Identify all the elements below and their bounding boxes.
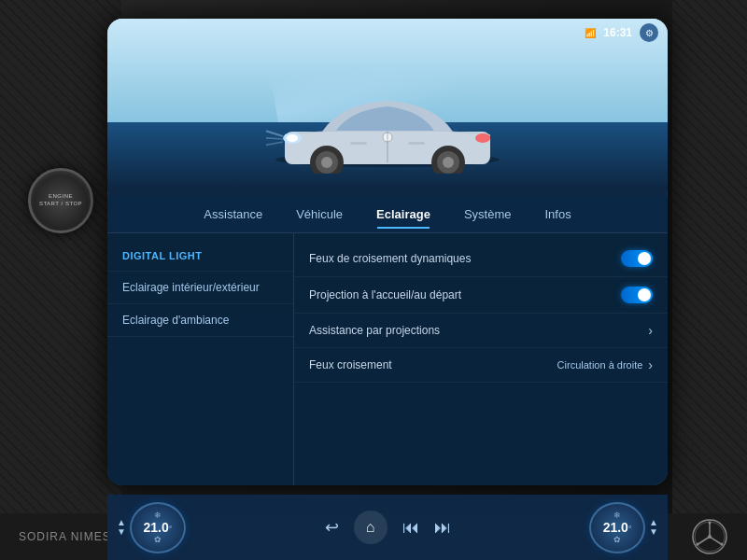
svg-point-4 — [475, 133, 490, 143]
right-temp-arrows: ▲ ▼ — [649, 518, 658, 537]
svg-line-16 — [266, 136, 283, 139]
right-temp-knob[interactable]: ❄ 21.0 ° ✿ — [589, 502, 645, 553]
svg-rect-14 — [408, 142, 425, 145]
left-temp-unit: ° — [169, 525, 173, 534]
svg-point-25 — [721, 543, 724, 546]
right-item-label-assistance: Assistance par projections — [309, 324, 648, 337]
prev-button[interactable]: ⏮ — [402, 518, 419, 538]
right-item-feux-croisement-dynamiques[interactable]: Feux de croisement dynamiques — [294, 241, 668, 277]
right-temp-value: 21.0 — [603, 520, 628, 535]
svg-point-23 — [708, 535, 712, 539]
svg-line-17 — [266, 142, 283, 150]
feux-croisement-sub-value: Circulation à droite — [557, 359, 643, 371]
home-button[interactable]: ⌂ — [354, 511, 388, 544]
left-fan-icon: ✿ — [154, 535, 162, 544]
toggle-projection[interactable] — [621, 287, 653, 303]
car-image-area — [107, 19, 668, 191]
left-item-eclairage-ambiance[interactable]: Eclairage d'ambiance — [107, 304, 293, 337]
tab-infos[interactable]: Infos — [528, 203, 587, 225]
infotainment-screen: 📶 16:31 ⚙ — [107, 19, 668, 485]
next-button[interactable]: ⏭ — [434, 518, 451, 538]
svg-point-7 — [321, 157, 332, 168]
mercedes-logo — [691, 518, 728, 555]
left-temp-value: 21.0 — [143, 520, 168, 535]
svg-rect-13 — [350, 142, 367, 145]
toggle-feux-dynamiques[interactable] — [621, 250, 653, 267]
svg-point-3 — [287, 134, 298, 142]
svg-point-26 — [697, 543, 699, 546]
svg-point-10 — [443, 157, 454, 168]
arrow-icon-feux-croisement: › — [648, 357, 653, 372]
engine-button-label: ENGINESTART / STOP — [39, 193, 82, 208]
car-illustration — [266, 80, 509, 177]
right-item-label-projection: Projection à l'accueil/au départ — [309, 288, 621, 301]
left-temp-down-arrow[interactable]: ▼ — [117, 527, 126, 537]
left-item-digital-light[interactable]: DIGITAL LIGHT — [107, 241, 293, 272]
right-item-projection-accueil[interactable]: Projection à l'accueil/au départ — [294, 277, 668, 314]
settings-icon[interactable]: ⚙ — [640, 23, 658, 42]
back-button[interactable]: ↩ — [325, 517, 339, 538]
right-snowflake-icon: ❄ — [613, 511, 621, 520]
left-snowflake-icon: ❄ — [154, 511, 162, 520]
time-display: 16:31 — [603, 26, 632, 39]
arrow-icon-assistance: › — [648, 323, 653, 338]
carbon-fiber-right — [672, 0, 747, 560]
carbon-fiber-left — [0, 0, 121, 560]
center-controls: ↩ ⌂ ⏮ ⏭ — [325, 511, 451, 544]
left-temp-knob[interactable]: ❄ 21.0 ° ✿ — [130, 502, 186, 553]
left-panel: DIGITAL LIGHT Eclairage intérieur/extéri… — [107, 233, 294, 485]
navigation-tabs: Assistance Véhicule Eclairage Système In… — [107, 196, 668, 233]
left-temp-arrows: ▲ ▼ — [117, 518, 126, 537]
tab-vehicule[interactable]: Véhicule — [279, 203, 359, 225]
right-item-label-feux-dynamiques: Feux de croisement dynamiques — [309, 252, 621, 265]
tab-systeme[interactable]: Système — [447, 203, 529, 225]
right-fan-icon: ✿ — [613, 535, 621, 544]
svg-point-24 — [709, 522, 712, 525]
left-item-eclairage-int-ext[interactable]: Eclairage intérieur/extérieur — [107, 272, 293, 304]
right-temp-down-arrow[interactable]: ▼ — [649, 527, 658, 537]
signal-icon: 📶 — [585, 28, 596, 38]
right-panel: Feux de croisement dynamiques Projection… — [294, 233, 668, 485]
tab-assistance[interactable]: Assistance — [187, 203, 279, 225]
right-item-label-feux-croisement: Feux croisement — [309, 358, 557, 371]
tab-eclairage[interactable]: Eclairage — [359, 203, 447, 225]
right-temp-unit: ° — [628, 525, 632, 534]
engine-start-stop-button[interactable]: ENGINESTART / STOP — [28, 168, 93, 233]
dealer-name: SODIRA NIMES — [19, 530, 111, 543]
right-item-assistance-projections[interactable]: Assistance par projections › — [294, 314, 668, 348]
screen-topbar: 📶 16:31 ⚙ — [585, 23, 658, 42]
svg-line-15 — [266, 122, 283, 136]
main-content: DIGITAL LIGHT Eclairage intérieur/extéri… — [107, 233, 668, 485]
bottom-control-bar: ▲ ▼ ❄ 21.0 ° ✿ ↩ ⌂ ⏮ ⏭ ❄ 21.0 ° ✿ ▲ — [107, 495, 668, 560]
right-item-feux-croisement[interactable]: Feux croisement Circulation à droite › — [294, 348, 668, 383]
